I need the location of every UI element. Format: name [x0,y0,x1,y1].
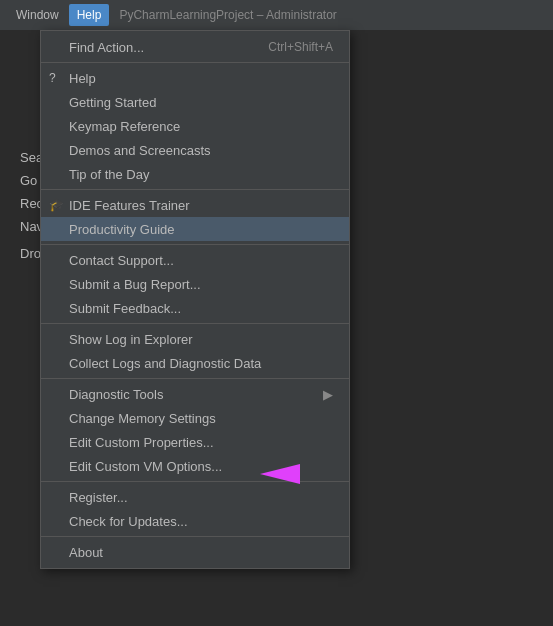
edit-custom-props-label: Edit Custom Properties... [69,435,214,450]
find-action-item[interactable]: Find Action... Ctrl+Shift+A [41,35,349,59]
submit-feedback-label: Submit Feedback... [69,301,181,316]
demos-screencasts-item[interactable]: Demos and Screencasts [41,138,349,162]
help-label: Help [69,71,96,86]
productivity-guide-label: Productivity Guide [69,222,175,237]
productivity-guide-item[interactable]: Productivity Guide [41,217,349,241]
keymap-reference-label: Keymap Reference [69,119,180,134]
about-label: About [69,545,103,560]
register-item[interactable]: Register... [41,485,349,509]
ide-features-trainer-label: IDE Features Trainer [69,198,190,213]
submit-bug-item[interactable]: Submit a Bug Report... [41,272,349,296]
help-item[interactable]: ? Help [41,66,349,90]
tip-of-day-item[interactable]: Tip of the Day [41,162,349,186]
tip-of-day-label: Tip of the Day [69,167,149,182]
about-item[interactable]: About [41,540,349,564]
register-label: Register... [69,490,128,505]
show-log-item[interactable]: Show Log in Explorer [41,327,349,351]
menu-bar: Window Help [8,4,109,26]
keymap-reference-item[interactable]: Keymap Reference [41,114,349,138]
contact-support-item[interactable]: Contact Support... [41,248,349,272]
help-dropdown-menu: Find Action... Ctrl+Shift+A ? Help Getti… [40,30,350,569]
edit-custom-vm-label: Edit Custom VM Options... [69,459,222,474]
separator-1 [41,62,349,63]
find-action-label: Find Action... [69,40,144,55]
submit-feedback-item[interactable]: Submit Feedback... [41,296,349,320]
separator-5 [41,378,349,379]
contact-support-label: Contact Support... [69,253,174,268]
check-updates-label: Check for Updates... [69,514,188,529]
separator-2 [41,189,349,190]
collect-logs-item[interactable]: Collect Logs and Diagnostic Data [41,351,349,375]
diagnostic-tools-item[interactable]: Diagnostic Tools ▶ [41,382,349,406]
submit-bug-label: Submit a Bug Report... [69,277,201,292]
separator-7 [41,536,349,537]
ide-features-trainer-item[interactable]: 🎓 IDE Features Trainer [41,193,349,217]
trainer-icon: 🎓 [49,198,64,212]
pink-arrow-icon [260,464,300,484]
check-updates-item[interactable]: Check for Updates... [41,509,349,533]
separator-3 [41,244,349,245]
edit-custom-vm-item[interactable]: Edit Custom VM Options... [41,454,349,478]
show-log-label: Show Log in Explorer [69,332,193,347]
separator-6 [41,481,349,482]
diagnostic-tools-label: Diagnostic Tools [69,387,163,402]
project-title: PyCharmLearningProject – Administrator [119,8,336,22]
collect-logs-label: Collect Logs and Diagnostic Data [69,356,261,371]
help-menu[interactable]: Help [69,4,110,26]
arrow-overlay [260,464,300,487]
help-icon: ? [49,71,56,85]
separator-4 [41,323,349,324]
getting-started-label: Getting Started [69,95,156,110]
window-menu[interactable]: Window [8,4,67,26]
find-action-shortcut: Ctrl+Shift+A [268,40,333,54]
edit-custom-props-item[interactable]: Edit Custom Properties... [41,430,349,454]
change-memory-item[interactable]: Change Memory Settings [41,406,349,430]
getting-started-item[interactable]: Getting Started [41,90,349,114]
title-bar: Window Help PyCharmLearningProject – Adm… [0,0,553,30]
demos-screencasts-label: Demos and Screencasts [69,143,211,158]
change-memory-label: Change Memory Settings [69,411,216,426]
submenu-arrow-icon: ▶ [323,387,333,402]
